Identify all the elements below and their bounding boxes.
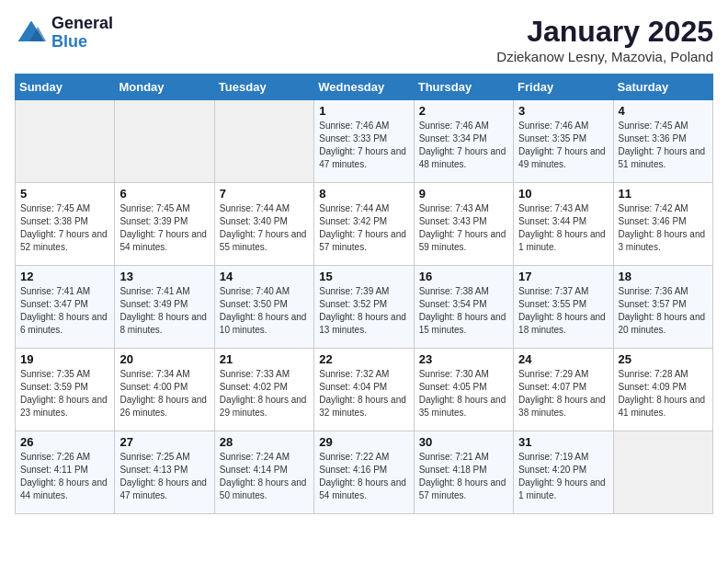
day-number: 9: [419, 187, 508, 201]
cell-content: Sunrise: 7:46 AM Sunset: 3:33 PM Dayligh…: [319, 120, 408, 171]
weekday-header-tuesday: Tuesday: [214, 75, 313, 100]
page-header: General Blue January 2025 Dziekanow Lesn…: [15, 15, 713, 64]
day-number: 8: [319, 187, 408, 201]
calendar-cell: 29Sunrise: 7:22 AM Sunset: 4:16 PM Dayli…: [314, 431, 414, 514]
day-number: 27: [119, 435, 209, 449]
cell-content: Sunrise: 7:30 AM Sunset: 4:05 PM Dayligh…: [419, 368, 508, 419]
calendar-cell: 10Sunrise: 7:43 AM Sunset: 3:44 PM Dayli…: [514, 183, 613, 266]
weekday-header-row: SundayMondayTuesdayWednesdayThursdayFrid…: [16, 75, 713, 100]
calendar-table: SundayMondayTuesdayWednesdayThursdayFrid…: [15, 74, 713, 514]
cell-content: Sunrise: 7:32 AM Sunset: 4:04 PM Dayligh…: [319, 368, 408, 419]
calendar-cell: 21Sunrise: 7:33 AM Sunset: 4:02 PM Dayli…: [214, 349, 313, 431]
calendar-cell: 17Sunrise: 7:37 AM Sunset: 3:55 PM Dayli…: [514, 266, 613, 349]
logo: General Blue: [15, 15, 113, 52]
calendar-cell: 14Sunrise: 7:40 AM Sunset: 3:50 PM Dayli…: [214, 266, 313, 349]
cell-content: Sunrise: 7:44 AM Sunset: 3:40 PM Dayligh…: [220, 202, 309, 254]
cell-content: Sunrise: 7:43 AM Sunset: 3:43 PM Dayligh…: [419, 202, 508, 254]
cell-content: Sunrise: 7:35 AM Sunset: 3:59 PM Dayligh…: [20, 368, 109, 419]
cell-content: Sunrise: 7:40 AM Sunset: 3:50 PM Dayligh…: [220, 285, 309, 337]
weekday-header-monday: Monday: [115, 75, 214, 100]
cell-content: Sunrise: 7:45 AM Sunset: 3:36 PM Dayligh…: [619, 120, 708, 171]
cell-content: Sunrise: 7:41 AM Sunset: 3:47 PM Dayligh…: [20, 285, 109, 337]
calendar-cell: 7Sunrise: 7:44 AM Sunset: 3:40 PM Daylig…: [214, 183, 313, 266]
cell-content: Sunrise: 7:43 AM Sunset: 3:44 PM Dayligh…: [518, 202, 608, 254]
cell-content: Sunrise: 7:41 AM Sunset: 3:49 PM Dayligh…: [119, 285, 209, 337]
day-number: 6: [119, 187, 209, 201]
location-subtitle: Dziekanow Lesny, Mazovia, Poland: [496, 49, 713, 64]
weekday-header-sunday: Sunday: [16, 75, 115, 100]
day-number: 21: [220, 352, 309, 366]
day-number: 29: [319, 435, 408, 449]
logo-icon: [15, 17, 48, 50]
calendar-cell: 3Sunrise: 7:46 AM Sunset: 3:35 PM Daylig…: [514, 100, 613, 183]
cell-content: Sunrise: 7:44 AM Sunset: 3:42 PM Dayligh…: [319, 202, 408, 254]
calendar-week-row: 12Sunrise: 7:41 AM Sunset: 3:47 PM Dayli…: [16, 266, 713, 349]
day-number: 12: [20, 270, 109, 283]
calendar-cell: 13Sunrise: 7:41 AM Sunset: 3:49 PM Dayli…: [115, 266, 214, 349]
day-number: 16: [419, 270, 508, 283]
day-number: 11: [619, 187, 708, 201]
calendar-cell: [613, 431, 712, 514]
day-number: 3: [518, 104, 608, 118]
cell-content: Sunrise: 7:38 AM Sunset: 3:54 PM Dayligh…: [419, 285, 508, 337]
calendar-week-row: 19Sunrise: 7:35 AM Sunset: 3:59 PM Dayli…: [16, 349, 713, 431]
weekday-header-friday: Friday: [514, 75, 613, 100]
calendar-cell: 6Sunrise: 7:45 AM Sunset: 3:39 PM Daylig…: [115, 183, 214, 266]
calendar-cell: 11Sunrise: 7:42 AM Sunset: 3:46 PM Dayli…: [613, 183, 712, 266]
calendar-week-row: 5Sunrise: 7:45 AM Sunset: 3:38 PM Daylig…: [16, 183, 713, 266]
calendar-cell: 24Sunrise: 7:29 AM Sunset: 4:07 PM Dayli…: [514, 349, 613, 431]
day-number: 17: [518, 270, 608, 283]
calendar-cell: 26Sunrise: 7:26 AM Sunset: 4:11 PM Dayli…: [16, 431, 115, 514]
cell-content: Sunrise: 7:21 AM Sunset: 4:18 PM Dayligh…: [419, 451, 508, 502]
calendar-cell: 28Sunrise: 7:24 AM Sunset: 4:14 PM Dayli…: [214, 431, 313, 514]
cell-content: Sunrise: 7:45 AM Sunset: 3:38 PM Dayligh…: [20, 202, 109, 254]
logo-general-text: General: [51, 15, 113, 33]
calendar-cell: 9Sunrise: 7:43 AM Sunset: 3:43 PM Daylig…: [414, 183, 513, 266]
title-block: January 2025 Dziekanow Lesny, Mazovia, P…: [496, 15, 713, 64]
calendar-cell: [115, 100, 214, 183]
day-number: 28: [220, 435, 309, 449]
cell-content: Sunrise: 7:26 AM Sunset: 4:11 PM Dayligh…: [20, 451, 109, 502]
calendar-cell: 18Sunrise: 7:36 AM Sunset: 3:57 PM Dayli…: [613, 266, 712, 349]
cell-content: Sunrise: 7:39 AM Sunset: 3:52 PM Dayligh…: [319, 285, 408, 337]
day-number: 10: [518, 187, 608, 201]
day-number: 15: [319, 270, 408, 283]
day-number: 19: [20, 352, 109, 366]
day-number: 14: [220, 270, 309, 283]
day-number: 22: [319, 352, 408, 366]
cell-content: Sunrise: 7:24 AM Sunset: 4:14 PM Dayligh…: [220, 451, 309, 502]
day-number: 13: [119, 270, 209, 283]
cell-content: Sunrise: 7:25 AM Sunset: 4:13 PM Dayligh…: [119, 451, 209, 502]
weekday-header-wednesday: Wednesday: [314, 75, 414, 100]
cell-content: Sunrise: 7:28 AM Sunset: 4:09 PM Dayligh…: [619, 368, 708, 419]
calendar-cell: 27Sunrise: 7:25 AM Sunset: 4:13 PM Dayli…: [115, 431, 214, 514]
calendar-cell: 20Sunrise: 7:34 AM Sunset: 4:00 PM Dayli…: [115, 349, 214, 431]
calendar-cell: 25Sunrise: 7:28 AM Sunset: 4:09 PM Dayli…: [613, 349, 712, 431]
day-number: 23: [419, 352, 508, 366]
day-number: 18: [619, 270, 708, 283]
calendar-cell: 4Sunrise: 7:45 AM Sunset: 3:36 PM Daylig…: [613, 100, 712, 183]
cell-content: Sunrise: 7:46 AM Sunset: 3:34 PM Dayligh…: [419, 120, 508, 171]
calendar-cell: 23Sunrise: 7:30 AM Sunset: 4:05 PM Dayli…: [414, 349, 513, 431]
cell-content: Sunrise: 7:36 AM Sunset: 3:57 PM Dayligh…: [619, 285, 708, 337]
cell-content: Sunrise: 7:42 AM Sunset: 3:46 PM Dayligh…: [619, 202, 708, 254]
weekday-header-saturday: Saturday: [613, 75, 712, 100]
calendar-cell: 22Sunrise: 7:32 AM Sunset: 4:04 PM Dayli…: [314, 349, 414, 431]
cell-content: Sunrise: 7:29 AM Sunset: 4:07 PM Dayligh…: [518, 368, 608, 419]
calendar-cell: 1Sunrise: 7:46 AM Sunset: 3:33 PM Daylig…: [314, 100, 414, 183]
calendar-cell: [16, 100, 115, 183]
cell-content: Sunrise: 7:19 AM Sunset: 4:20 PM Dayligh…: [518, 451, 608, 502]
day-number: 1: [319, 104, 408, 118]
cell-content: Sunrise: 7:37 AM Sunset: 3:55 PM Dayligh…: [518, 285, 608, 337]
calendar-cell: 8Sunrise: 7:44 AM Sunset: 3:42 PM Daylig…: [314, 183, 414, 266]
day-number: 4: [619, 104, 708, 118]
calendar-cell: 2Sunrise: 7:46 AM Sunset: 3:34 PM Daylig…: [414, 100, 513, 183]
day-number: 31: [518, 435, 608, 449]
calendar-cell: 5Sunrise: 7:45 AM Sunset: 3:38 PM Daylig…: [16, 183, 115, 266]
cell-content: Sunrise: 7:34 AM Sunset: 4:00 PM Dayligh…: [119, 368, 209, 419]
weekday-header-thursday: Thursday: [414, 75, 513, 100]
day-number: 25: [619, 352, 708, 366]
month-title: January 2025: [496, 15, 713, 49]
calendar-week-row: 1Sunrise: 7:46 AM Sunset: 3:33 PM Daylig…: [16, 100, 713, 183]
calendar-cell: 15Sunrise: 7:39 AM Sunset: 3:52 PM Dayli…: [314, 266, 414, 349]
